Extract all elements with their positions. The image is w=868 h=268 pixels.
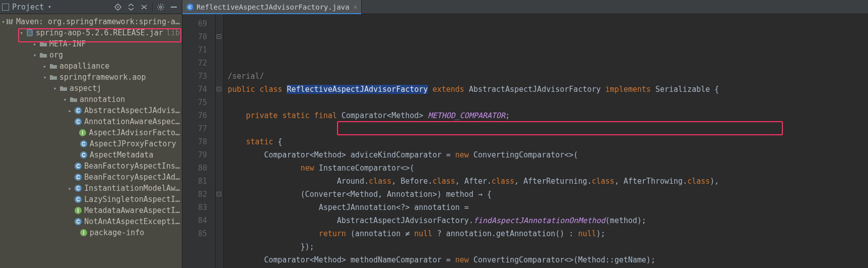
hide-icon[interactable] bbox=[169, 2, 179, 12]
chevron-down-icon: ▾ bbox=[19, 30, 25, 36]
tree-class-item[interactable]: CNotAnAtAspectExcepti… bbox=[0, 216, 182, 227]
svg-text:C: C bbox=[77, 119, 80, 125]
class-icon: C bbox=[80, 151, 88, 159]
line-number: 77 bbox=[182, 122, 207, 135]
tree-org[interactable]: ▾ org bbox=[0, 49, 182, 61]
tree-label: org bbox=[49, 50, 63, 60]
code-line bbox=[228, 96, 868, 109]
code-line: static { bbox=[228, 135, 868, 148]
line-number: 69 bbox=[182, 17, 207, 30]
code-line: return (annotation ≠ null ? annotation.g… bbox=[228, 227, 868, 240]
tree-label: NotAnAtAspectExcepti… bbox=[84, 217, 180, 226]
code-line: AbstractAspectJAdvisorFactory.findAspect… bbox=[228, 214, 868, 227]
tree-label: AnnotationAwareAspec… bbox=[84, 117, 180, 126]
gear-icon[interactable] bbox=[156, 2, 166, 12]
project-tree[interactable]: ▾ Maven: org.springframework:spring-a… ▾… bbox=[0, 14, 182, 268]
tree-class-item[interactable]: ▸CAbstractAspectJAdvis… bbox=[0, 105, 182, 116]
fold-toggle-icon[interactable]: − bbox=[217, 192, 221, 196]
folder-icon bbox=[70, 95, 78, 103]
svg-point-6 bbox=[160, 6, 162, 8]
svg-line-12 bbox=[162, 9, 163, 10]
svg-point-1 bbox=[117, 6, 119, 8]
line-number: 74 bbox=[182, 83, 207, 96]
fold-toggle-icon[interactable]: − bbox=[217, 34, 221, 39]
tree-annotation[interactable]: ▾ annotation bbox=[0, 94, 182, 105]
svg-text:I: I bbox=[82, 130, 84, 136]
chevron-right-icon: ▸ bbox=[66, 108, 73, 114]
tree-label: BeanFactoryAspectJAd… bbox=[84, 173, 180, 182]
tree-class-item[interactable]: CAspectJProxyFactory bbox=[0, 138, 182, 149]
fold-toggle-icon[interactable]: − bbox=[217, 87, 221, 91]
tree-label: AspectJProxyFactory bbox=[90, 139, 176, 148]
svg-text:C: C bbox=[77, 175, 80, 180]
tree-sf-aop[interactable]: ▾ springframework.aop bbox=[0, 72, 182, 83]
folder-icon bbox=[39, 40, 47, 48]
line-number: 83 bbox=[182, 201, 207, 214]
chevron-down-icon: ▾ bbox=[51, 85, 58, 92]
chevron-down-icon: ▾ bbox=[41, 74, 48, 81]
editor-tab-label: ReflectiveAspectJAdvisorFactory.java bbox=[196, 3, 349, 11]
chevron-down-icon: ▾ bbox=[48, 4, 51, 10]
line-number: 81 bbox=[182, 175, 207, 188]
tree-aspectj[interactable]: ▾ aspectj bbox=[0, 83, 182, 94]
tree-class-item[interactable]: ▸CInstantiationModelAw… bbox=[0, 183, 182, 194]
folder-icon bbox=[49, 62, 57, 70]
tree-class-item[interactable]: CLazySingletonAspectI… bbox=[0, 194, 182, 205]
svg-text:I: I bbox=[83, 230, 85, 236]
chevron-down-icon: ▾ bbox=[61, 96, 69, 103]
code-line: public class ReflectiveAspectJAdvisorFac… bbox=[228, 83, 868, 96]
tree-root[interactable]: ▾ Maven: org.springframework:spring-a… bbox=[0, 16, 182, 27]
class-icon: C bbox=[74, 162, 82, 170]
collapse-all-icon[interactable] bbox=[139, 2, 149, 12]
editor-tab-bar: C ReflectiveAspectJAdvisorFactory.java ✕ bbox=[182, 0, 868, 14]
line-number: 78 bbox=[182, 135, 207, 148]
code-area[interactable]: /serial/public class ReflectiveAspectJAd… bbox=[224, 14, 868, 268]
project-tool-header: Project ▾ bbox=[0, 0, 182, 14]
line-number: 82 bbox=[182, 188, 207, 201]
tree-label: META-INF bbox=[49, 39, 86, 48]
project-title-button[interactable]: Project ▾ bbox=[2, 3, 51, 12]
folder-icon bbox=[39, 51, 47, 59]
tree-label: AbstractAspectJAdvis… bbox=[84, 106, 180, 115]
line-number: 84 bbox=[182, 214, 207, 227]
tree-class-item[interactable]: CBeanFactoryAspectIns… bbox=[0, 160, 182, 172]
svg-text:C: C bbox=[77, 164, 80, 169]
tree-label: AspectMetadata bbox=[90, 150, 153, 159]
svg-text:C: C bbox=[82, 152, 85, 158]
expand-all-icon[interactable] bbox=[126, 2, 136, 12]
tree-label: AspectJAdvisorFacto… bbox=[89, 128, 180, 137]
tree-class-item[interactable]: CAspectMetadata bbox=[0, 149, 182, 160]
code-line bbox=[228, 122, 868, 135]
close-icon[interactable]: ✕ bbox=[352, 3, 358, 11]
line-number-gutter: 6970717273747576777879808182838485 bbox=[182, 14, 216, 268]
tree-class-item[interactable]: CBeanFactoryAspectJAd… bbox=[0, 172, 182, 183]
svg-line-11 bbox=[158, 5, 159, 6]
line-number: 79 bbox=[182, 148, 207, 162]
tree-class-item[interactable]: IMetadataAwareAspectI… bbox=[0, 205, 182, 216]
tree-class-item[interactable]: CAnnotationAwareAspec… bbox=[0, 116, 182, 127]
svg-text:C: C bbox=[77, 219, 80, 225]
tree-jar[interactable]: ▾ spring-aop-5.2.6.RELEASE.jar lib bbox=[0, 27, 182, 38]
chevron-down-icon: ▾ bbox=[2, 19, 5, 25]
svg-text:C: C bbox=[77, 186, 80, 191]
tree-label: InstantiationModelAw… bbox=[84, 184, 180, 193]
tree-class-item[interactable]: Ipackage-info bbox=[0, 227, 182, 238]
locate-icon[interactable] bbox=[113, 2, 123, 12]
editor-tab[interactable]: C ReflectiveAspectJAdvisorFactory.java ✕ bbox=[182, 0, 362, 14]
line-number: 71 bbox=[182, 43, 207, 57]
interface-icon: I bbox=[80, 229, 88, 237]
editor-area: C ReflectiveAspectJAdvisorFactory.java ✕… bbox=[182, 0, 868, 268]
tree-meta-inf[interactable]: ▸ META-INF bbox=[0, 38, 182, 49]
tree-class-item[interactable]: IAspectJAdvisorFacto… bbox=[0, 127, 182, 138]
folder-icon bbox=[49, 73, 57, 81]
code-line: Comparator<Method> adviceKindComparator … bbox=[228, 148, 868, 162]
code-line: Around.class, Before.class, After.class,… bbox=[228, 175, 868, 188]
tree-aopalliance[interactable]: ▸ aopalliance bbox=[0, 61, 182, 72]
svg-text:C: C bbox=[77, 108, 80, 114]
java-class-icon: C bbox=[186, 4, 193, 11]
class-icon: C bbox=[74, 195, 82, 203]
svg-rect-18 bbox=[11, 19, 13, 24]
fold-gutter: −−− bbox=[216, 14, 224, 268]
tree-badge: lib bbox=[166, 28, 180, 37]
svg-rect-16 bbox=[7, 19, 8, 24]
